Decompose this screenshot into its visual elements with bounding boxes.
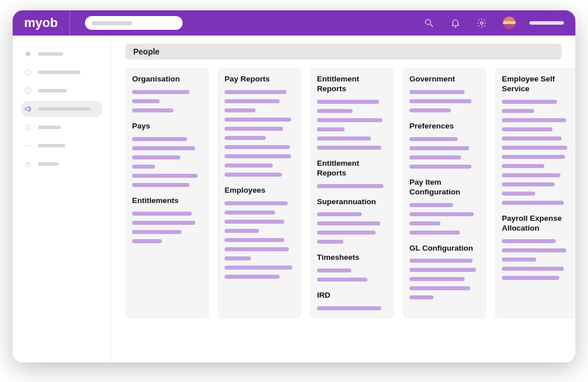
menu-link[interactable] [317, 127, 345, 131]
menu-link[interactable] [502, 127, 552, 131]
search-input[interactable] [85, 16, 183, 30]
svg-point-10 [30, 145, 31, 146]
menu-link[interactable] [225, 145, 290, 149]
menu-link[interactable] [132, 137, 187, 141]
menu-link[interactable] [502, 267, 564, 271]
menu-link[interactable] [132, 221, 195, 225]
menu-link[interactable] [502, 146, 567, 150]
menu-link[interactable] [409, 165, 471, 169]
menu-link[interactable] [317, 231, 376, 235]
menu-link[interactable] [502, 248, 566, 252]
menu-link[interactable] [317, 240, 343, 244]
menu-link[interactable] [317, 146, 381, 150]
menu-link[interactable] [317, 278, 368, 282]
menu-link[interactable] [409, 259, 473, 263]
menu-link[interactable] [225, 275, 280, 279]
menu-link[interactable] [409, 203, 453, 207]
user-name[interactable] [529, 21, 564, 25]
menu-link[interactable] [317, 268, 351, 272]
menu-section: Entitlement Reports [317, 75, 387, 150]
menu-link[interactable] [409, 277, 465, 281]
menu-link[interactable] [132, 239, 162, 243]
menu-link[interactable] [225, 108, 256, 112]
menu-link[interactable] [317, 212, 362, 216]
avatar[interactable] [503, 17, 516, 29]
menu-link[interactable] [225, 266, 292, 270]
menu-link[interactable] [409, 268, 476, 272]
menu-link[interactable] [225, 154, 291, 158]
menu-link[interactable] [409, 146, 469, 150]
menu-link[interactable] [409, 231, 460, 235]
menu-link[interactable] [225, 229, 259, 233]
menu-link[interactable] [225, 211, 275, 215]
menu-link[interactable] [225, 201, 288, 205]
bell-icon[interactable] [450, 18, 461, 28]
menu-link[interactable] [132, 212, 192, 216]
menu-link[interactable] [132, 99, 160, 103]
card-columns: OrganisationPaysEntitlementsPay ReportsE… [125, 68, 562, 318]
menu-link[interactable] [317, 118, 382, 122]
menu-link[interactable] [132, 146, 195, 150]
menu-link[interactable] [502, 173, 560, 177]
gear-icon[interactable] [477, 18, 487, 28]
svg-rect-11 [26, 163, 30, 166]
menu-link[interactable] [409, 90, 465, 94]
menu-link[interactable] [317, 100, 379, 104]
menu-link[interactable] [502, 276, 559, 280]
menu-link[interactable] [409, 155, 461, 159]
menu-link[interactable] [317, 306, 381, 310]
menu-link[interactable] [409, 99, 471, 103]
menu-link[interactable] [132, 183, 189, 187]
menu-link[interactable] [409, 221, 440, 225]
menu-link[interactable] [225, 90, 287, 94]
menu-link[interactable] [317, 221, 380, 225]
sidebar-item-6[interactable] [21, 156, 103, 172]
menu-link[interactable] [225, 256, 251, 260]
sidebar-item-3[interactable] [21, 101, 103, 117]
menu-link[interactable] [225, 136, 266, 140]
menu-link[interactable] [317, 184, 384, 188]
menu-link[interactable] [409, 295, 434, 299]
menu-link[interactable] [225, 118, 291, 122]
sidebar-item-4[interactable] [21, 119, 103, 135]
menu-link[interactable] [132, 90, 189, 94]
menu-link[interactable] [409, 108, 451, 112]
menu-link[interactable] [502, 118, 566, 122]
menu-link[interactable] [502, 155, 565, 159]
menu-link[interactable] [225, 127, 283, 131]
menu-link[interactable] [409, 137, 458, 141]
card-column: Entitlement ReportsEntitlement ReportsSu… [310, 68, 394, 318]
menu-link[interactable] [225, 247, 289, 251]
menu-link[interactable] [132, 174, 198, 178]
lock-icon [24, 160, 32, 168]
menu-link[interactable] [409, 286, 470, 290]
menu-link[interactable] [502, 109, 534, 113]
menu-link[interactable] [409, 212, 474, 216]
menu-link[interactable] [502, 100, 557, 104]
menu-link[interactable] [502, 239, 556, 243]
menu-link[interactable] [502, 201, 564, 205]
menu-link[interactable] [132, 155, 180, 159]
sidebar-item-1[interactable] [21, 64, 103, 80]
menu-link[interactable] [317, 137, 371, 141]
menu-link[interactable] [132, 108, 173, 112]
menu-link[interactable] [132, 230, 181, 234]
menu-link[interactable] [225, 238, 284, 242]
menu-link[interactable] [502, 192, 535, 196]
menu-link[interactable] [317, 109, 353, 113]
menu-link[interactable] [132, 165, 155, 169]
menu-link[interactable] [502, 182, 555, 186]
search-icon[interactable] [424, 18, 434, 28]
menu-link[interactable] [225, 99, 280, 103]
sidebar-item-5[interactable] [21, 138, 103, 154]
sidebar-item-0[interactable] [21, 46, 103, 62]
menu-link[interactable] [225, 220, 284, 224]
menu-link[interactable] [502, 258, 536, 262]
sidebar-item-2[interactable] [21, 83, 103, 99]
menu-link[interactable] [502, 137, 562, 141]
menu-section: Pays [132, 122, 202, 187]
menu-link[interactable] [225, 163, 273, 167]
menu-link[interactable] [502, 164, 544, 168]
sidebar-item-label [38, 107, 91, 111]
menu-link[interactable] [225, 173, 282, 177]
